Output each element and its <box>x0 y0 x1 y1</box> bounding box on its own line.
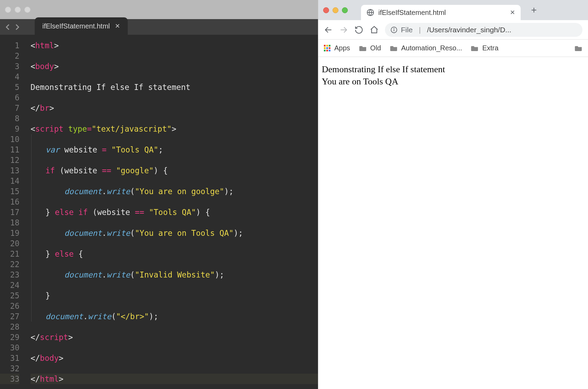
page-text-line: Demonstrating If else If statement <box>322 63 585 75</box>
url-scheme: File <box>401 26 413 34</box>
editor-code[interactable]: <html> <body> Demonstrating If else If s… <box>24 35 318 389</box>
forward-button[interactable] <box>339 25 348 34</box>
globe-icon <box>367 9 374 16</box>
window-control-minimize[interactable] <box>333 7 338 13</box>
bookmark-apps[interactable]: Apps <box>324 44 350 52</box>
window-control-minimize[interactable] <box>15 7 21 13</box>
folder-icon <box>390 45 398 51</box>
reload-button[interactable] <box>354 25 363 34</box>
editor-body[interactable]: 1234567891011121314151617181920212223242… <box>0 35 318 389</box>
window-control-zoom[interactable] <box>24 7 31 13</box>
bookmark-old[interactable]: Old <box>359 44 381 52</box>
browser-toolbar: File | /Users/ravinder_singh/D... <box>318 20 588 40</box>
editor-tab-active[interactable]: ifElseIfStatement.html ✕ <box>35 17 128 35</box>
page-text-line: You are on Tools QA <box>322 75 585 88</box>
browser-window-controls <box>323 7 348 13</box>
bookmark-label: Apps <box>334 44 350 52</box>
bookmark-label: Automation_Reso... <box>401 44 462 52</box>
editor-toolbar: ifElseIfStatement.html ✕ <box>0 19 318 35</box>
browser-window: ifElseIfStatement.html ✕ + File <box>318 0 588 389</box>
bookmark-label: Extra <box>482 44 498 52</box>
svg-point-5 <box>394 28 394 28</box>
code-editor-window: ifElseIfStatement.html ✕ 123456789101112… <box>0 0 318 389</box>
browser-tab-close-icon[interactable]: ✕ <box>510 9 515 16</box>
home-button[interactable] <box>370 25 379 34</box>
editor-back-icon[interactable] <box>4 23 12 31</box>
bookmark-extra[interactable]: Extra <box>471 44 498 52</box>
browser-tab-active[interactable]: ifElseIfStatement.html ✕ <box>361 5 521 20</box>
bookmark-automation[interactable]: Automation_Reso... <box>390 44 462 52</box>
editor-tab-title: ifElseIfStatement.html <box>42 22 110 30</box>
address-bar[interactable]: File | /Users/ravinder_singh/D... <box>385 23 582 37</box>
window-control-zoom[interactable] <box>342 7 348 13</box>
window-control-close[interactable] <box>5 7 11 13</box>
browser-tab-title: ifElseIfStatement.html <box>378 9 506 17</box>
back-button[interactable] <box>324 25 333 34</box>
browser-tabstrip: ifElseIfStatement.html ✕ + <box>318 0 588 20</box>
browser-viewport: Demonstrating If else If statement You a… <box>318 57 588 389</box>
window-control-close[interactable] <box>323 7 329 13</box>
editor-titlebar <box>0 0 318 19</box>
editor-forward-icon[interactable] <box>13 23 21 31</box>
url-separator: | <box>416 26 423 34</box>
bookmark-truncated[interactable] <box>575 45 582 51</box>
folder-icon <box>471 45 479 51</box>
apps-grid-icon <box>324 45 331 52</box>
editor-tab-close-icon[interactable]: ✕ <box>115 22 120 30</box>
folder-icon <box>359 45 367 51</box>
editor-gutter: 1234567891011121314151617181920212223242… <box>0 35 24 389</box>
url-path: /Users/ravinder_singh/D... <box>427 26 511 34</box>
site-info-icon[interactable] <box>390 26 397 33</box>
folder-icon <box>575 45 582 51</box>
new-tab-button[interactable]: + <box>531 5 537 16</box>
bookmarks-bar: Apps Old Automation_Reso... Extra <box>318 40 588 57</box>
bookmark-label: Old <box>370 44 381 52</box>
